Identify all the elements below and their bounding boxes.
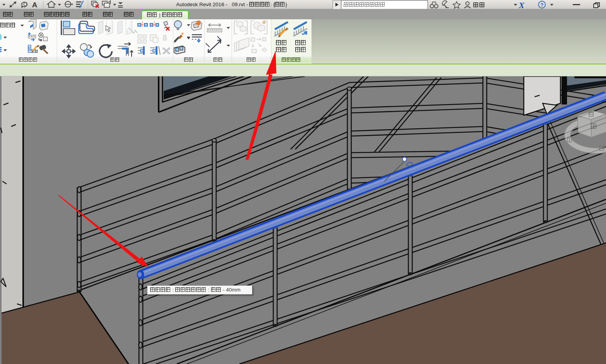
svg-text:A: A [32, 1, 37, 9]
svg-text:X: X [518, 0, 525, 10]
svg-text:?: ? [540, 2, 543, 8]
